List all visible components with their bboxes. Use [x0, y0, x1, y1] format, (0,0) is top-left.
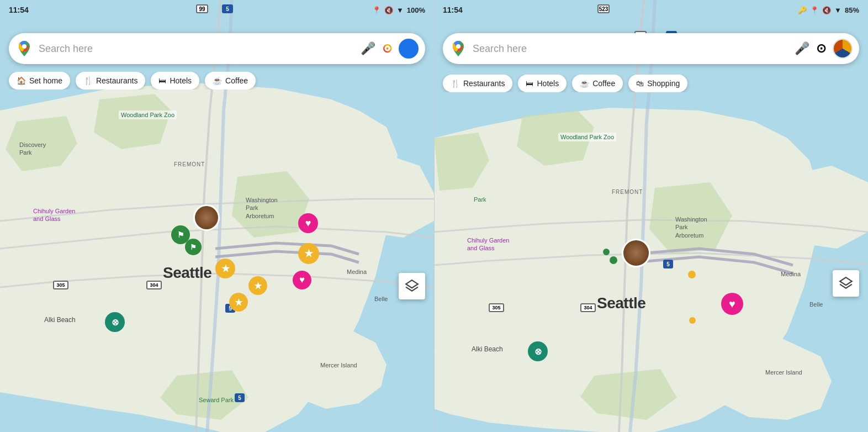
chip-label-hotels-right: Hotels	[537, 79, 559, 88]
search-icons-right: 🎤 ⊙	[795, 39, 853, 59]
marker-cross-alki: ⊗	[105, 312, 125, 332]
route-305-left: 305	[53, 281, 68, 289]
chips-row-right: 🍴 Restaurants 🛏 Hotels ☕ Coffee 🛍 Shoppi…	[434, 75, 868, 92]
marker-heart-right-2: ♥	[721, 293, 743, 315]
route-304-right: 304	[580, 303, 596, 312]
route-5-left: 5	[222, 4, 233, 13]
wifi-icon-right: ▼	[834, 6, 841, 14]
marker-star-4: ★	[229, 293, 248, 312]
hotel-icon-right: 🛏	[526, 79, 533, 88]
chip-set-home[interactable]: 🏠 Set home	[9, 72, 70, 89]
chip-label-set-home: Set home	[29, 76, 62, 85]
layer-button-right[interactable]	[833, 270, 859, 297]
chip-label-restaurants-left: Restaurants	[96, 76, 137, 85]
search-placeholder-right[interactable]: Search here	[473, 43, 795, 55]
marker-yellow-dot-right-2	[689, 317, 696, 324]
lens-icon-right[interactable]: ⊙	[816, 41, 826, 56]
chips-row-left: 🏠 Set home 🍴 Restaurants 🛏 Hotels ☕ Coff…	[0, 72, 434, 89]
route-305-right: 305	[489, 303, 504, 312]
route-304-left: 304	[146, 281, 162, 289]
avatar-right[interactable]	[833, 39, 853, 59]
chip-label-coffee-right: Coffee	[592, 79, 615, 88]
marker-cross-alki-right: ⊗	[528, 341, 548, 361]
marker-green-flag-2: ⚑	[185, 239, 202, 255]
chip-label-shopping-right: Shopping	[647, 79, 680, 88]
marker-star-3: ★	[215, 259, 235, 278]
chip-coffee-right[interactable]: ☕ Coffee	[572, 75, 623, 92]
svg-point-4	[456, 44, 461, 49]
restaurant-icon-right: 🍴	[451, 79, 460, 88]
chip-restaurants-left[interactable]: 🍴 Restaurants	[76, 72, 145, 89]
lens-icon-left[interactable]: ⊙	[382, 41, 392, 56]
marker-yellow-dot-right	[688, 271, 696, 278]
restaurant-icon-left: 🍴	[83, 76, 93, 85]
search-icons-left: 🎤 ⊙	[361, 39, 419, 59]
search-bar-right[interactable]: Search here 🎤 ⊙	[443, 33, 859, 64]
photo-marker-zoo-right	[622, 239, 650, 267]
maps-logo-left	[15, 40, 33, 57]
maps-logo-right	[449, 40, 467, 57]
key-icon: 🔑	[798, 6, 807, 14]
time-right: 11:54	[443, 6, 463, 14]
status-icons-left: 📍 🔇 ▼ 100%	[372, 6, 425, 14]
status-bar-right: 11:54 🔑 📍 🔇 ▼ 85%	[434, 6, 868, 14]
search-placeholder-left[interactable]: Search here	[39, 43, 361, 55]
marker-star-1: ★	[298, 243, 319, 264]
marker-heart-2: ♥	[293, 271, 311, 289]
location-icon: 📍	[372, 6, 381, 14]
chip-hotels-right[interactable]: 🛏 Hotels	[518, 75, 567, 92]
marker-heart-1: ♥	[298, 213, 318, 233]
photo-marker-zoo-left	[193, 204, 220, 231]
location-icon-right: 📍	[810, 6, 819, 14]
hotel-icon-left: 🛏	[158, 76, 166, 85]
left-panel: 11:54 📍 🔇 ▼ 100% Search here 🎤 ⊙ 🏠 Set h…	[0, 0, 434, 432]
shopping-icon-right: 🛍	[636, 79, 644, 88]
chip-label-restaurants-right: Restaurants	[463, 79, 505, 88]
home-icon: 🏠	[17, 76, 26, 85]
mute-icon: 🔇	[384, 6, 393, 14]
route-5-bot-left: 5	[235, 393, 245, 402]
svg-marker-5	[840, 277, 852, 285]
chip-label-coffee-left: Coffee	[225, 76, 248, 85]
mic-icon-right[interactable]: 🎤	[795, 41, 809, 56]
marker-star-2: ★	[248, 276, 267, 295]
route-99-left: 99	[196, 4, 208, 13]
chip-coffee-left[interactable]: ☕ Coffee	[205, 72, 256, 89]
marker-green-dot-1	[610, 256, 617, 264]
status-icons-right: 🔑 📍 🔇 ▼ 85%	[798, 6, 859, 14]
time-left: 11:54	[9, 6, 29, 14]
chip-shopping-right[interactable]: 🛍 Shopping	[628, 75, 687, 92]
chip-restaurants-right[interactable]: 🍴 Restaurants	[443, 75, 512, 92]
status-bar-left: 11:54 📍 🔇 ▼ 100%	[0, 6, 434, 14]
coffee-icon-left: ☕	[213, 76, 222, 85]
battery-left: 100%	[407, 6, 425, 14]
svg-marker-2	[406, 280, 418, 288]
svg-point-1	[22, 44, 27, 49]
wifi-icon: ▼	[396, 6, 404, 14]
avatar-left[interactable]	[399, 39, 419, 59]
marker-green-dot-2	[603, 249, 610, 255]
chip-label-hotels-left: Hotels	[170, 76, 192, 85]
search-bar-left[interactable]: Search here 🎤 ⊙	[9, 33, 425, 64]
mute-icon-right: 🔇	[822, 6, 831, 14]
mic-icon-left[interactable]: 🎤	[361, 41, 375, 56]
coffee-icon-right: ☕	[580, 79, 589, 88]
chip-hotels-left[interactable]: 🛏 Hotels	[151, 72, 199, 89]
battery-right: 85%	[845, 6, 859, 14]
route-5-mid-right: 5	[663, 260, 673, 268]
right-panel: 11:54 🔑 📍 🔇 ▼ 85% Search here 🎤 ⊙ 🍴	[434, 0, 868, 432]
panel-divider	[434, 0, 435, 432]
route-523-right: 523	[597, 4, 610, 13]
layer-button-left[interactable]	[399, 273, 425, 299]
